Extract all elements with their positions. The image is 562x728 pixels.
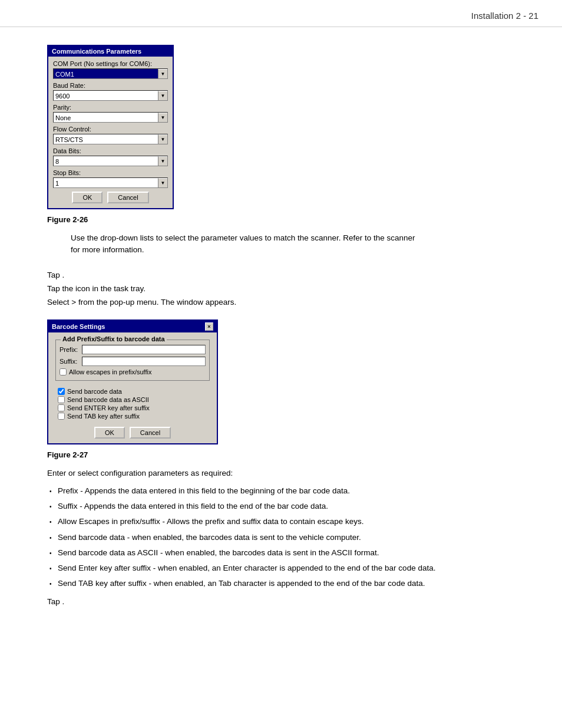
- config-bullet-list: Prefix - Appends the data entered in thi…: [47, 485, 515, 590]
- send-tab-checkbox[interactable]: [58, 413, 65, 420]
- barcode-settings-title: Barcode Settings: [52, 323, 105, 330]
- flow-control-arrow[interactable]: ▼: [158, 134, 167, 144]
- prefix-input[interactable]: [82, 345, 206, 354]
- send-ascii-checkbox[interactable]: [58, 396, 65, 403]
- barcode-settings-dialog[interactable]: Barcode Settings × Add Prefix/Suffix to …: [47, 319, 218, 444]
- bullet-send-barcode: Send barcode data - when enabled, the ba…: [47, 532, 515, 543]
- send-barcode-label: Send barcode data: [67, 388, 122, 395]
- bullet-suffix-text: Suffix - Appends the data entered in thi…: [58, 502, 328, 510]
- comm-params-body: COM Port (No settings for COM6): COM1 ▼ …: [48, 57, 173, 208]
- bullet-send-tab-text: Send TAB key after suffix - when enabled…: [58, 579, 425, 588]
- figure-27-caption: Figure 2-27: [47, 450, 515, 459]
- group-box-content: Prefix: Suffix: Allow escapes in prefix/…: [59, 345, 206, 375]
- send-ascii-row: Send barcode data as ASCII: [58, 396, 207, 403]
- checkboxes-section: Send barcode data Send barcode data as A…: [53, 384, 212, 423]
- comm-params-buttons: OK Cancel: [53, 192, 168, 203]
- parity-select[interactable]: None ▼: [53, 112, 168, 123]
- send-enter-label: Send ENTER key after suffix: [67, 404, 150, 411]
- tap-line-1: Tap .: [47, 271, 515, 279]
- bullet-send-enter-text: Send Enter key after suffix - when enabl…: [58, 564, 435, 572]
- stop-bits-value: 1: [54, 178, 158, 187]
- send-barcode-checkbox[interactable]: [58, 388, 65, 395]
- barcode-buttons: OK Cancel: [53, 427, 212, 439]
- comm-params-title: Communications Parameters: [52, 48, 141, 55]
- figure-26-container: Communications Parameters COM Port (No s…: [47, 45, 515, 209]
- parity-value: None: [54, 113, 158, 122]
- com-port-select[interactable]: COM1 ▼: [53, 68, 168, 79]
- page-number: Installation 2 - 21: [471, 11, 538, 21]
- baud-rate-arrow[interactable]: ▼: [158, 91, 167, 100]
- bullet-prefix: Prefix - Appends the data entered in thi…: [47, 485, 515, 497]
- bullet-send-ascii-text: Send barcode data as ASCII - when enable…: [58, 548, 379, 557]
- desc-line-2: for more information.: [71, 245, 144, 254]
- comm-params-titlebar: Communications Parameters: [48, 46, 173, 57]
- bullet-send-ascii: Send barcode data as ASCII - when enable…: [47, 547, 515, 559]
- prefix-row: Prefix:: [59, 345, 206, 354]
- barcode-close-button[interactable]: ×: [205, 322, 213, 331]
- config-intro: Enter or select configuration parameters…: [47, 467, 515, 479]
- stop-bits-arrow[interactable]: ▼: [158, 178, 167, 187]
- bullet-allow-escapes-text: Allow Escapes in prefix/suffix - Allows …: [58, 517, 364, 526]
- send-enter-row: Send ENTER key after suffix: [58, 404, 207, 411]
- barcode-settings-body: Add Prefix/Suffix to barcode data Prefix…: [48, 332, 217, 443]
- comm-cancel-button[interactable]: Cancel: [107, 192, 148, 203]
- barcode-settings-titlebar: Barcode Settings ×: [48, 321, 217, 332]
- page-header: Installation 2 - 21: [0, 0, 562, 27]
- desc-line-1: Use the drop-down lists to select the pa…: [71, 233, 415, 242]
- bullet-send-enter: Send Enter key after suffix - when enabl…: [47, 562, 515, 574]
- group-box-title: Add Prefix/Suffix to barcode data: [61, 335, 167, 342]
- send-ascii-label: Send barcode data as ASCII: [67, 396, 149, 403]
- data-bits-select[interactable]: 8 ▼: [53, 156, 168, 166]
- comm-params-dialog[interactable]: Communications Parameters COM Port (No s…: [47, 45, 174, 209]
- allow-escapes-label: Allow escapes in prefix/suffix: [69, 368, 151, 375]
- flow-control-value: RTS/CTS: [54, 134, 158, 144]
- bullet-prefix-text: Prefix - Appends the data entered in thi…: [58, 486, 350, 495]
- send-enter-checkbox[interactable]: [58, 404, 65, 411]
- stop-bits-label: Stop Bits:: [53, 169, 168, 176]
- barcode-ok-button[interactable]: OK: [94, 427, 125, 439]
- com-port-arrow[interactable]: ▼: [158, 69, 167, 78]
- description-text-1: Use the drop-down lists to select the pa…: [71, 232, 515, 256]
- com-port-label: COM Port (No settings for COM6):: [53, 60, 168, 67]
- flow-control-select[interactable]: RTS/CTS ▼: [53, 134, 168, 144]
- bullet-send-tab: Send TAB key after suffix - when enabled…: [47, 578, 515, 589]
- data-bits-label: Data Bits:: [53, 147, 168, 154]
- main-content: Communications Parameters COM Port (No s…: [0, 39, 562, 634]
- prefix-label: Prefix:: [59, 346, 82, 353]
- suffix-input[interactable]: [82, 357, 206, 366]
- stop-bits-select[interactable]: 1 ▼: [53, 177, 168, 188]
- comm-ok-button[interactable]: OK: [72, 192, 103, 203]
- baud-rate-select[interactable]: 9600 ▼: [53, 90, 168, 101]
- figure-27-container: Barcode Settings × Add Prefix/Suffix to …: [47, 319, 515, 444]
- bullet-allow-escapes: Allow Escapes in prefix/suffix - Allows …: [47, 516, 515, 528]
- suffix-label: Suffix:: [59, 358, 82, 365]
- barcode-cancel-button[interactable]: Cancel: [130, 427, 171, 439]
- bullet-suffix: Suffix - Appends the data entered in thi…: [47, 500, 515, 512]
- flow-control-label: Flow Control:: [53, 126, 168, 133]
- send-tab-label: Send TAB key after suffix: [67, 413, 140, 420]
- tap-line-2: Tap the icon in the task tray.: [47, 284, 515, 293]
- allow-escapes-checkbox[interactable]: [59, 368, 67, 375]
- prefix-suffix-group: Add Prefix/Suffix to barcode data Prefix…: [55, 340, 210, 381]
- parity-label: Parity:: [53, 104, 168, 111]
- suffix-row: Suffix:: [59, 357, 206, 366]
- baud-rate-value: 9600: [54, 91, 158, 100]
- bullet-send-barcode-text: Send barcode data - when enabled, the ba…: [58, 533, 361, 542]
- send-tab-row: Send TAB key after suffix: [58, 413, 207, 420]
- tap-final: Tap .: [47, 597, 515, 606]
- select-line: Select > from the pop-up menu. The windo…: [47, 298, 515, 307]
- data-bits-arrow[interactable]: ▼: [158, 156, 167, 166]
- data-bits-value: 8: [54, 156, 158, 166]
- parity-arrow[interactable]: ▼: [158, 113, 167, 122]
- com-port-value: COM1: [54, 69, 158, 78]
- figure-26-caption: Figure 2-26: [47, 215, 515, 224]
- allow-escapes-row: Allow escapes in prefix/suffix: [59, 368, 206, 375]
- send-barcode-row: Send barcode data: [58, 388, 207, 395]
- baud-rate-label: Baud Rate:: [53, 82, 168, 89]
